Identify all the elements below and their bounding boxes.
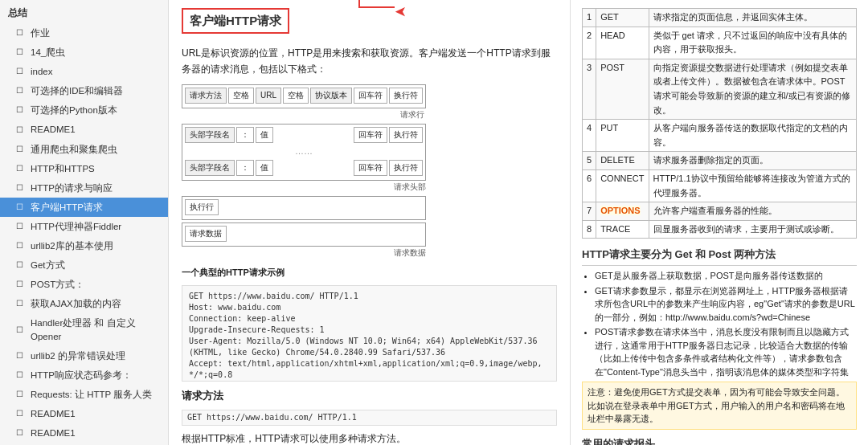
sidebar-item-8[interactable]: ☐HTTP的请求与响应 bbox=[0, 178, 168, 198]
sidebar-label-17: HTTP响应状态码参考： bbox=[31, 369, 132, 382]
sidebar-label-12: Get方式 bbox=[31, 259, 65, 271]
method-cell-4-1: DELETE bbox=[596, 152, 649, 170]
sidebar-item-5[interactable]: ☐README1 bbox=[0, 120, 168, 139]
sidebar-label-1: 14_爬虫 bbox=[31, 46, 65, 59]
sidebar-label-11: urllib2库的基本使用 bbox=[31, 239, 113, 252]
method-cell-3-0: 4 bbox=[583, 120, 596, 152]
request-body-label: 请求数据 bbox=[182, 247, 426, 259]
header-diagram: 头部字段名 ： 值 回车符 执行符 …… 头部字段名 ： bbox=[182, 124, 426, 182]
content-left-panel: 客户端HTTP请求 ➤ URL是标识资源的位置，HTTP是用来搜索和获取资源。客… bbox=[169, 0, 571, 445]
method-cell-5-2: HTTP/1.1协议中预留给能够将连接改为管道方式的代理服务器。 bbox=[649, 169, 856, 202]
sidebar-label-0: 作业 bbox=[31, 27, 50, 39]
cell-cr3: 回车符 bbox=[354, 160, 387, 176]
method-cell-3-1: PUT bbox=[596, 120, 649, 152]
method-cell-7-1: TRACE bbox=[596, 220, 649, 239]
sidebar-item-7[interactable]: ☐HTTP和HTTPS bbox=[0, 159, 168, 178]
sidebar-icon-13: ☐ bbox=[16, 279, 27, 290]
get-post-bullet-0: GET是从服务器上获取数据，POST是向服务器传送数据的 bbox=[595, 269, 857, 283]
sidebar-item-14[interactable]: ☐获取AJAX加载的内容 bbox=[0, 294, 168, 313]
sidebar-item-6[interactable]: ☐通用爬虫和聚集爬虫 bbox=[0, 140, 168, 159]
cell-ellipsis: …… bbox=[295, 145, 313, 159]
sidebar-item-20[interactable]: ☐README1 bbox=[0, 423, 168, 443]
sidebar-label-9: 客户端HTTP请求 bbox=[31, 201, 103, 214]
sidebar-item-17[interactable]: ☐HTTP响应状态码参考： bbox=[0, 365, 168, 385]
sidebar-icon-14: ☐ bbox=[16, 298, 27, 309]
sidebar-item-13[interactable]: ☐POST方式： bbox=[0, 275, 168, 294]
sidebar-item-15[interactable]: ☐Handler处理器 和 自定义Opener bbox=[0, 313, 168, 345]
method-cell-5-1: CONNECT bbox=[596, 169, 649, 202]
sidebar-label-13: POST方式： bbox=[31, 278, 84, 291]
sidebar-item-9[interactable]: ☐客户端HTTP请求 bbox=[0, 198, 168, 217]
sidebar-icon-0: ☐ bbox=[16, 27, 27, 39]
method-cell-7-2: 回显服务器收到的请求，主要用于测试或诊断。 bbox=[649, 220, 856, 239]
method-cell-1-0: 2 bbox=[583, 27, 596, 59]
cell-body: 请求数据 bbox=[185, 226, 227, 242]
sidebar-label-6: 通用爬虫和聚集爬虫 bbox=[31, 143, 117, 156]
method-cell-0-0: 1 bbox=[583, 9, 596, 27]
method-cell-2-0: 3 bbox=[583, 59, 596, 119]
sidebar: 总结 ☐作业☐14_爬虫☐index☐可选择的IDE和编辑器☐可选择的Pytho… bbox=[0, 0, 169, 445]
sidebar-label-8: HTTP的请求与响应 bbox=[31, 182, 113, 194]
sidebar-label-7: HTTP和HTTPS bbox=[31, 162, 95, 175]
sidebar-item-18[interactable]: ☐Requests: 让 HTTP 服务人类 bbox=[0, 385, 168, 404]
request-headers-label: 请求头部 bbox=[182, 181, 426, 194]
sidebar-icon-1: ☐ bbox=[16, 47, 27, 58]
sidebar-label-10: HTTP代理神器Fiddler bbox=[31, 220, 121, 233]
sidebar-label-14: 获取AJAX加载的内容 bbox=[31, 297, 121, 310]
sidebar-icon-17: ☐ bbox=[16, 369, 27, 381]
cell-cr: 回车符 bbox=[354, 88, 387, 104]
request-structure-diagram: 请求方法 空格 URL 空格 协议版本 回车符 换行符 请求行 头部字段名 bbox=[182, 84, 557, 260]
sidebar-item-19[interactable]: ☐README1 bbox=[0, 404, 168, 423]
example-title: 一个典型的HTTP请求示例 bbox=[182, 266, 557, 280]
cell-space2: 空格 bbox=[283, 88, 309, 104]
method-cell-1-1: HEAD bbox=[596, 27, 649, 59]
method-row-2: 3POST向指定资源提交数据进行处理请求（例如提交表单或者上传文件）。数据被包含… bbox=[583, 59, 857, 119]
method-cell-4-0: 5 bbox=[583, 152, 596, 170]
sidebar-item-10[interactable]: ☐HTTP代理神器Fiddler bbox=[0, 217, 168, 236]
http-example-code[interactable]: GET https://www.baidu.com/ HTTP/1.1 Host… bbox=[182, 285, 557, 382]
sidebar-item-12[interactable]: ☐Get方式 bbox=[0, 255, 168, 275]
sidebar-icon-5: ☐ bbox=[16, 125, 27, 136]
cell-value2: 值 bbox=[256, 160, 273, 176]
sidebar-item-4[interactable]: ☐可选择的Python版本 bbox=[0, 100, 168, 120]
cell-cr2: 回车符 bbox=[354, 127, 387, 143]
sidebar-icon-4: ☐ bbox=[16, 104, 27, 116]
method-cell-2-2: 向指定资源提交数据进行处理请求（例如提交表单或者上传文件）。数据被包含在请求体中… bbox=[649, 59, 856, 119]
sidebar-top-section[interactable]: 总结 bbox=[0, 3, 168, 23]
get-post-title: HTTP请求主要分为 Get 和 Post 两种方法 bbox=[582, 247, 857, 266]
method-cell-7-0: 8 bbox=[583, 220, 596, 239]
sidebar-label-5: README1 bbox=[31, 123, 76, 136]
sidebar-items-container: ☐作业☐14_爬虫☐index☐可选择的IDE和编辑器☐可选择的Python版本… bbox=[0, 23, 168, 445]
sidebar-label-3: 可选择的IDE和编辑器 bbox=[31, 84, 123, 97]
get-post-bullet-2: POST请求参数在请求体当中，消息长度没有限制而且以隐藏方式进行，这通常用于HT… bbox=[595, 325, 857, 378]
sidebar-item-2[interactable]: ☐index bbox=[0, 62, 168, 81]
cell-space1: 空格 bbox=[228, 88, 254, 104]
sidebar-icon-8: ☐ bbox=[16, 182, 27, 194]
sidebar-icon-2: ☐ bbox=[16, 66, 27, 77]
content-right-panel: 1GET请求指定的页面信息，并返回实体主体。2HEAD类似于 get 请求，只不… bbox=[571, 0, 868, 445]
sidebar-label-15: Handler处理器 和 自定义Opener bbox=[31, 316, 160, 342]
cell-header1: 头部字段名 bbox=[185, 127, 235, 143]
sidebar-icon-7: ☐ bbox=[16, 163, 27, 174]
sidebar-icon-19: ☐ bbox=[16, 408, 27, 419]
sidebar-icon-18: ☐ bbox=[16, 389, 27, 400]
sidebar-icon-15: ☐ bbox=[16, 325, 27, 336]
method-row-7: 8TRACE回显服务器收到的请求，主要用于测试或诊断。 bbox=[583, 220, 857, 239]
sidebar-item-1[interactable]: ☐14_爬虫 bbox=[0, 43, 168, 62]
request-method-desc: 根据HTTP标准，HTTP请求可以使用多种请求方法。 bbox=[182, 431, 557, 445]
main-content: 客户端HTTP请求 ➤ URL是标识资源的位置，HTTP是用来搜索和获取资源。客… bbox=[169, 0, 868, 445]
method-cell-6-1: OPTIONS bbox=[596, 202, 649, 221]
request-method-url: GET https://www.baidu.com/ HTTP/1.1 bbox=[182, 410, 557, 426]
sidebar-item-3[interactable]: ☐可选择的IDE和编辑器 bbox=[0, 81, 168, 100]
sidebar-item-16[interactable]: ☐urllib2 的异常错误处理 bbox=[0, 346, 168, 365]
sidebar-icon-11: ☐ bbox=[16, 240, 27, 251]
sidebar-icon-6: ☐ bbox=[16, 144, 27, 155]
cell-protocol: 协议版本 bbox=[310, 88, 352, 104]
sidebar-item-0[interactable]: ☐作业 bbox=[0, 23, 168, 43]
sidebar-label-20: README1 bbox=[31, 427, 76, 439]
sidebar-icon-10: ☐ bbox=[16, 221, 27, 232]
method-cell-1-2: 类似于 get 请求，只不过返回的响应中没有具体的内容，用于获取报头。 bbox=[649, 27, 856, 59]
sidebar-item-11[interactable]: ☐urllib2库的基本使用 bbox=[0, 236, 168, 255]
request-method-title: 请求方法 bbox=[182, 388, 557, 405]
method-row-1: 2HEAD类似于 get 请求，只不过返回的响应中没有具体的内容，用于获取报头。 bbox=[583, 27, 857, 59]
